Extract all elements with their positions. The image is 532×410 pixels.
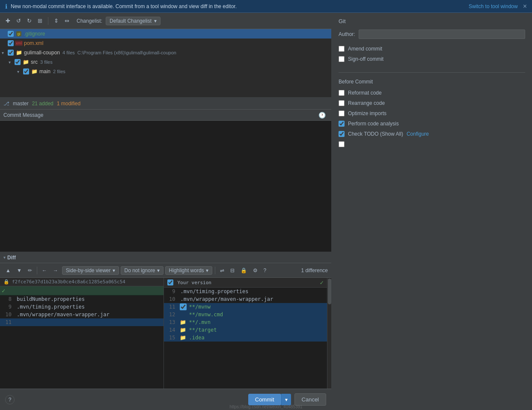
diff-right-line-15: 15 📁 .idea <box>164 334 327 342</box>
toolbar: ✚ ↺ ↻ ⊞ ⇕ ⇔ Changelist: Default Changeli… <box>0 13 331 29</box>
line-content-13r: **/.mvn <box>187 319 211 325</box>
diff-lock-button[interactable]: 🔒 <box>238 267 249 274</box>
tree-item-gitignore[interactable]: gi .gitignore <box>0 29 331 39</box>
rearrange-code-checkbox[interactable] <box>339 100 345 106</box>
amend-commit-label: Amend commit <box>348 46 382 52</box>
refresh-button[interactable]: ↻ <box>25 17 34 25</box>
diff-count: 1 difference <box>301 267 328 273</box>
diff-next-change-button[interactable]: ▼ <box>15 267 24 274</box>
switch-to-tool-window-link[interactable]: Switch to tool window <box>469 3 518 9</box>
commit-message-label: Commit Message <box>3 112 43 118</box>
git-title: Git <box>339 18 525 24</box>
diff-split-button[interactable]: ⊟ <box>228 267 237 274</box>
diff-viewer-dropdown[interactable]: Side-by-side viewer ▾ <box>62 266 119 275</box>
perform-analysis-checkbox[interactable] <box>339 121 345 127</box>
branch-icon: ⎇ <box>3 101 9 107</box>
vertical-scrollbar[interactable] <box>327 278 331 389</box>
gitignore-checkbox[interactable] <box>8 31 14 37</box>
line-check-11[interactable] <box>179 303 187 310</box>
diff-back-button[interactable]: ← <box>40 267 49 274</box>
line-num-11l: 11 <box>0 319 15 325</box>
separator-1 <box>48 17 48 25</box>
section-divider-1 <box>339 72 525 73</box>
line-content-12r: **/mvnw.cmd <box>187 312 223 318</box>
diff-edit-button[interactable]: ✏ <box>26 267 34 274</box>
undo-button[interactable]: ↺ <box>14 17 23 25</box>
diff-ignore-dropdown[interactable]: Do not ignore ▾ <box>121 266 163 275</box>
line-num-11r: 11 <box>164 304 179 310</box>
main-expand[interactable]: ▾ <box>17 69 22 74</box>
left-panel: ✚ ↺ ↻ ⊞ ⇕ ⇔ Changelist: Default Changeli… <box>0 13 332 410</box>
diff-settings-button[interactable]: ⚙ <box>251 267 260 274</box>
author-input[interactable] <box>359 30 525 39</box>
changelist-dropdown[interactable]: Default Changelist ▾ <box>106 17 160 25</box>
your-version-checkbox[interactable] <box>167 279 173 285</box>
collapse-button[interactable]: ⇔ <box>62 17 71 25</box>
diff-highlight-dropdown[interactable]: Highlight words ▾ <box>165 266 212 275</box>
reformat-code-checkbox[interactable] <box>339 90 345 96</box>
cancel-button[interactable]: Cancel <box>294 393 326 406</box>
diff-your-version-bar: Your version ✓ <box>164 278 327 288</box>
pomxml-checkbox[interactable] <box>8 40 14 46</box>
commit-dropdown-button[interactable]: ▾ <box>281 394 291 405</box>
author-row: Author: <box>339 30 525 39</box>
folder-icon-13: 📁 <box>179 319 187 325</box>
commit-message-input[interactable] <box>0 121 331 252</box>
line-checkbox-11[interactable] <box>180 303 187 310</box>
diff-help-button[interactable]: ? <box>262 267 269 274</box>
diff-highlight-arrow: ▾ <box>206 267 208 273</box>
diff-viewer-label: Side-by-side viewer <box>66 267 111 273</box>
optimize-imports-checkbox[interactable] <box>339 110 345 116</box>
main-checkbox[interactable] <box>23 68 29 74</box>
coupon-expand[interactable]: ▾ <box>2 51 7 55</box>
line-content-9r: .mvn/timing.properties <box>179 288 249 294</box>
commit-message-history-button[interactable]: 🕐 <box>316 111 328 119</box>
diff-right-line-11: 11 **/mvnw <box>164 303 327 311</box>
tree-item-main[interactable]: ▾ 📁 main 2 files <box>0 67 331 76</box>
expand-button[interactable]: ⇕ <box>52 17 61 25</box>
coupon-checkbox[interactable] <box>8 50 14 56</box>
extra-option-checkbox[interactable] <box>339 141 345 147</box>
diff-left-line-10: 10 .mvn/wrapper/maven-wrapper.jar <box>0 311 163 318</box>
diff-forward-button[interactable]: → <box>51 267 60 274</box>
line-content-10l: .mvn/wrapper/maven-wrapper.jar <box>15 312 110 318</box>
line-num-12r: 12 <box>164 312 179 318</box>
configure-link[interactable]: Configure <box>407 131 429 137</box>
line-content-8: buildNumber.properties <box>15 296 85 302</box>
help-button[interactable]: ? <box>5 395 15 404</box>
check-todo-row: Check TODO (Show All) Configure <box>339 131 525 137</box>
sign-off-checkbox[interactable] <box>339 56 345 62</box>
line-num-8: 8 <box>0 296 15 302</box>
changelist-value: Default Changelist <box>110 18 152 24</box>
src-checkbox[interactable] <box>15 59 21 65</box>
tree-item-src[interactable]: ▾ 📁 src 3 files <box>0 57 331 67</box>
right-check-icon: ✓ <box>320 279 324 286</box>
line-num-15r: 15 <box>164 335 179 341</box>
scrollbar-thumb[interactable] <box>328 279 331 304</box>
main-name: main <box>39 68 51 74</box>
diff-expand-icon[interactable]: ▾ <box>3 255 6 260</box>
diff-hash: f2fce76e37d1b23a3b0ce4c8a6c1285e5a065c54 <box>12 279 125 285</box>
amend-commit-checkbox[interactable] <box>339 46 345 52</box>
added-count: 21 added <box>32 101 53 107</box>
src-expand[interactable]: ▾ <box>9 60 14 65</box>
diff-align-button[interactable]: ⇌ <box>218 267 226 274</box>
tree-item-gulimall-coupon[interactable]: ▾ 📁 gulimall-coupon 4 files C:\Program F… <box>0 48 331 57</box>
diff-prev-change-button[interactable]: ▲ <box>3 267 13 274</box>
modified-count: 1 modified <box>57 101 80 107</box>
src-name: src <box>31 59 38 65</box>
dropdown-arrow-icon: ▾ <box>154 18 157 24</box>
group-button[interactable]: ⊞ <box>36 17 45 25</box>
line-num-14r: 14 <box>164 327 179 333</box>
commit-message-header: Commit Message 🕐 <box>0 110 331 121</box>
notification-close-button[interactable]: × <box>523 3 527 10</box>
check-todo-checkbox[interactable] <box>339 131 345 137</box>
tree-item-pomxml[interactable]: xml pom.xml <box>0 39 331 48</box>
src-count: 3 files <box>40 59 53 65</box>
folder-icon-14: 📁 <box>179 327 187 333</box>
add-button[interactable]: ✚ <box>3 17 12 25</box>
right-panel: Git Author: Amend commit Sign-off commit… <box>332 13 532 410</box>
coupon-path: C:\Program Files (x86)\gulimall\gulimall… <box>77 50 176 55</box>
diff-highlight-label: Highlight words <box>169 267 204 273</box>
commit-button[interactable]: Commit <box>248 394 281 405</box>
